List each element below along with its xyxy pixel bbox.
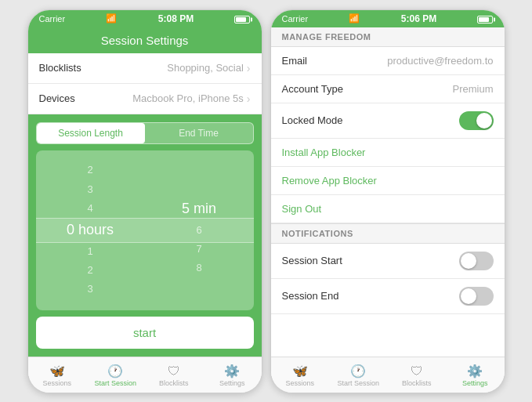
wifi-icon-left: 📶 xyxy=(106,13,117,24)
battery-right xyxy=(477,14,493,24)
tabbar-sessions-left[interactable]: 🦋 Sessions xyxy=(28,360,87,391)
manage-freedom-header: MANAGE FREEDOM xyxy=(271,27,505,47)
notifications-header: NOTIFICATIONS xyxy=(271,223,505,244)
green-section: Session Length End Time 2 3 4 0 hours 1 … xyxy=(28,114,262,357)
start-session-label-right: Start Session xyxy=(337,379,379,387)
tabbar-blocklists-left[interactable]: 🛡 Blocklists xyxy=(145,360,204,391)
account-type-row: Account Type Premium xyxy=(271,75,505,103)
locked-mode-row[interactable]: Locked Mode xyxy=(271,103,505,139)
settings-icon-right: ⚙️ xyxy=(467,364,483,378)
locked-mode-toggle[interactable] xyxy=(459,111,494,130)
install-app-blocker-row[interactable]: Install App Blocker xyxy=(271,139,505,167)
session-end-label: Session End xyxy=(282,290,339,302)
hours-item-above2: 2 xyxy=(87,161,92,179)
blocklists-label: Blocklists xyxy=(39,62,81,74)
tab-bar-left: 🦋 Sessions 🕐 Start Session 🛡 Blocklists … xyxy=(28,357,262,393)
tab-session-length[interactable]: Session Length xyxy=(37,123,145,143)
sessions-label: Sessions xyxy=(42,379,71,387)
hours-value: 0 hours xyxy=(67,222,114,237)
session-end-row[interactable]: Session End xyxy=(271,279,505,314)
remove-app-blocker-row[interactable]: Remove App Blocker xyxy=(271,167,505,195)
start-button[interactable]: start xyxy=(36,317,254,349)
hours-item-above0: 4 xyxy=(87,199,92,218)
mins-item-below3: 8 xyxy=(196,259,201,277)
locked-mode-label: Locked Mode xyxy=(282,114,343,126)
right-phone: Carrier 📶 5:06 PM MANAGE FREEDOM Email p… xyxy=(270,9,505,393)
battery-left xyxy=(234,14,250,24)
devices-value: Macbook Pro, iPhone 5s › xyxy=(132,92,250,105)
mins-item-below2: 7 xyxy=(196,240,201,259)
account-type-label: Account Type xyxy=(282,83,344,95)
hours-item-below1: 1 xyxy=(87,242,92,261)
blocklists-row[interactable]: Blocklists Shopping, Social › xyxy=(28,53,262,84)
time-left: 5:08 PM xyxy=(158,13,194,24)
sessions-label-right: Sessions xyxy=(285,379,314,387)
blocklists-icon: 🛡 xyxy=(168,364,180,378)
tabbar-settings-left[interactable]: ⚙️ Settings xyxy=(203,360,262,391)
session-tab-toggle[interactable]: Session Length End Time xyxy=(36,122,254,144)
app-header-left: Session Settings xyxy=(28,27,262,53)
sessions-icon-right: 🦋 xyxy=(292,364,308,378)
left-phone: Carrier 📶 5:08 PM Session Settings Block… xyxy=(27,9,262,393)
start-session-icon-right: 🕐 xyxy=(350,364,366,378)
tabbar-start-session-left[interactable]: 🕐 Start Session xyxy=(86,360,145,391)
hours-item-below2: 2 xyxy=(87,261,92,280)
mins-value: 5 min xyxy=(182,201,216,216)
picker-columns: 2 3 4 0 hours 1 2 3 5 min xyxy=(36,150,254,310)
email-row: Email productive@freedom.to xyxy=(271,47,505,75)
blocklists-tab-label: Blocklists xyxy=(159,379,189,387)
status-bar-right: Carrier 📶 5:06 PM xyxy=(271,10,505,27)
session-start-toggle[interactable] xyxy=(459,252,494,270)
hours-item-above1: 3 xyxy=(87,180,92,199)
tab-end-time[interactable]: End Time xyxy=(145,123,253,143)
account-type-value: Premium xyxy=(452,83,493,95)
start-session-icon: 🕐 xyxy=(107,364,123,378)
tabbar-start-session-right[interactable]: 🕐 Start Session xyxy=(329,360,388,391)
blocklists-icon-right: 🛡 xyxy=(411,364,423,378)
chevron-icon: › xyxy=(247,62,251,74)
tabbar-settings-right[interactable]: ⚙️ Settings xyxy=(446,360,505,391)
settings-tab-label-right: Settings xyxy=(462,379,488,387)
settings-icon: ⚙️ xyxy=(224,364,240,378)
hours-selected: 0 hours xyxy=(67,218,114,242)
email-label: Email xyxy=(282,55,308,67)
settings-tab-label: Settings xyxy=(219,379,245,387)
time-right: 5:06 PM xyxy=(401,13,436,24)
email-value: productive@freedom.to xyxy=(387,55,493,67)
remove-app-blocker-link[interactable]: Remove App Blocker xyxy=(282,175,377,187)
manage-section: Email productive@freedom.to Account Type… xyxy=(271,47,505,357)
sign-out-link[interactable]: Sign Out xyxy=(282,203,322,215)
mins-item-below1: 6 xyxy=(196,221,201,240)
tabbar-blocklists-right[interactable]: 🛡 Blocklists xyxy=(388,360,447,391)
mins-selected: 5 min xyxy=(182,197,216,221)
sessions-icon: 🦋 xyxy=(49,364,65,378)
start-session-label: Start Session xyxy=(94,379,136,387)
carrier-left: Carrier xyxy=(39,14,66,24)
session-start-row[interactable]: Session Start xyxy=(271,244,505,279)
session-end-toggle[interactable] xyxy=(459,287,494,306)
hours-column[interactable]: 2 3 4 0 hours 1 2 3 xyxy=(36,150,145,310)
time-picker[interactable]: 2 3 4 0 hours 1 2 3 5 min xyxy=(36,150,254,310)
tabbar-sessions-right[interactable]: 🦋 Sessions xyxy=(271,360,330,391)
carrier-right: Carrier xyxy=(282,14,309,24)
hours-item-below3: 3 xyxy=(87,280,92,299)
session-start-label: Session Start xyxy=(282,255,342,266)
tab-bar-right: 🦋 Sessions 🕐 Start Session 🛡 Blocklists … xyxy=(271,357,505,393)
mins-column[interactable]: 5 min 6 7 8 xyxy=(145,150,254,310)
blocklists-tab-label-right: Blocklists xyxy=(402,379,432,387)
devices-row[interactable]: Devices Macbook Pro, iPhone 5s › xyxy=(28,84,262,114)
status-bar-left: Carrier 📶 5:08 PM xyxy=(28,10,262,27)
wifi-icon-right: 📶 xyxy=(349,13,360,24)
chevron-icon-2: › xyxy=(247,92,251,105)
sign-out-row[interactable]: Sign Out xyxy=(271,195,505,223)
install-app-blocker-link[interactable]: Install App Blocker xyxy=(282,147,366,158)
blocklists-value: Shopping, Social › xyxy=(167,62,250,74)
devices-label: Devices xyxy=(39,92,75,104)
